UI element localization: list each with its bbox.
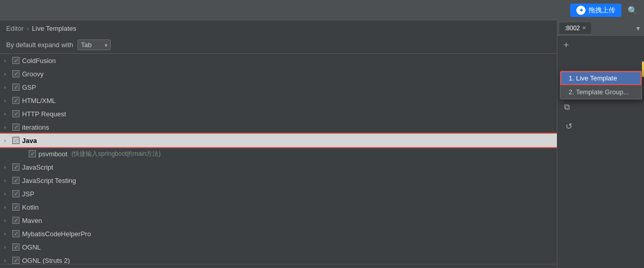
undo-button[interactable]: ↺ [564,119,574,133]
checkbox[interactable] [12,123,19,131]
expand-select[interactable]: Tab Enter Space [77,39,111,50]
item-text: GSP [22,84,36,91]
checkbox[interactable] [12,257,19,264]
checkbox[interactable] [12,203,19,211]
accent-bar [642,61,644,77]
arrow-icon: › [4,231,12,237]
arrow-icon: › [4,204,12,210]
arrow-icon: › [4,164,12,170]
undo-area: ↺ [557,115,644,137]
top-bar: ✦ 拖拽上传 🔍 [0,0,644,20]
tab-menu-icon[interactable]: ▾ [634,24,642,32]
plus-area: + [557,36,644,55]
item-text: OGNL [22,243,41,251]
list-item[interactable]: › JSP [0,187,557,200]
list-item[interactable]: › iterations [0,120,557,134]
expand-setting: By default expand with Tab Enter Space [0,36,557,53]
tab-close-icon[interactable]: ✕ [582,25,586,31]
list-item[interactable]: › OGNL [0,240,557,254]
checkbox[interactable] [12,190,19,197]
arrow-icon: › [4,138,12,143]
add-button[interactable]: + [560,39,572,52]
tab-bar: :8002 ✕ ▾ [557,20,644,36]
dropdown-item-live-template[interactable]: 1. Live Template [560,71,641,85]
expand-select-wrapper: Tab Enter Space [77,39,111,50]
checkbox[interactable] [12,243,19,251]
search-icon[interactable]: 🔍 [626,4,640,17]
arrow-icon: › [4,125,12,130]
item-text: Kotlin [22,203,39,211]
arrow-icon: › [4,85,12,90]
main-content: Editor › Live Templates By default expan… [0,20,644,268]
arrow-icon: › [4,218,12,223]
arrow-icon: › [4,244,12,250]
copy-button[interactable]: ⧉ [560,101,573,113]
item-text: OGNL (Struts 2) [22,257,70,264]
arrow-icon: › [4,258,12,263]
list-item[interactable]: › Maven [0,214,557,227]
settings-panel: Editor › Live Templates By default expan… [0,20,557,268]
breadcrumb-parent[interactable]: Editor [6,25,24,32]
baidu-icon: ✦ [576,6,586,15]
item-text: HTML/XML [22,97,56,105]
breadcrumb-separator: › [27,25,29,32]
checkbox[interactable] [12,230,19,237]
list-item[interactable]: › OGNL (Struts 2) [0,254,557,264]
item-text: ColdFusion [22,57,56,65]
arrow-icon: › [4,191,12,197]
baidu-upload-button[interactable]: ✦ 拖拽上传 [570,4,621,17]
tab-8002[interactable]: :8002 ✕ [559,23,591,34]
item-text: psvmboot [38,150,67,158]
arrow-icon: › [4,178,12,183]
item-desc: (快捷输入springboot的main方法) [71,150,160,158]
tab-label: :8002 [565,25,580,32]
dropdown-item-label: 2. Template Group... [569,88,629,96]
list-item[interactable]: › Kotlin [0,200,557,214]
item-text: Java [22,137,37,145]
list-item[interactable]: › Groovy [0,67,557,80]
baidu-upload-label: 拖拽上传 [589,6,615,15]
checkbox[interactable] [12,163,19,171]
list-item[interactable]: › HTTP Request [0,107,557,120]
checkbox[interactable] [12,70,19,77]
item-text: Groovy [22,70,44,78]
arrow-icon: › [4,111,12,117]
dropdown-menu: 1. Live Template 2. Template Group... [560,71,642,99]
checkbox[interactable] [12,217,19,224]
list-item[interactable]: › ColdFusion [0,54,557,67]
breadcrumb: Editor › Live Templates [0,20,557,36]
list-item[interactable]: › HTML/XML [0,94,557,107]
checkbox[interactable] [12,137,19,144]
dropdown-container: 1. Live Template 2. Template Group... [560,71,642,99]
checkbox[interactable] [12,57,19,64]
list-item[interactable]: › GSP [0,80,557,94]
item-text: JavaScript Testing [22,177,76,184]
horizontal-scrollbar [0,264,557,268]
expand-label: By default expand with [6,41,73,49]
breadcrumb-current: Live Templates [32,25,76,32]
arrow-icon: › [4,98,12,104]
item-text: MybatisCodeHelperPro [22,230,91,238]
list-item-psvmboot[interactable]: psvmboot (快捷输入springboot的main方法) [0,147,557,160]
item-text: JavaScript [22,163,53,171]
list-item[interactable]: › JavaScript [0,160,557,174]
checkbox[interactable] [12,84,19,91]
item-text: iterations [22,123,49,131]
right-panel: :8002 ✕ ▾ + 1. Live Template 2. Template… [557,20,644,268]
arrow-icon: › [4,58,12,64]
dropdown-item-label: 1. Live Template [569,74,617,82]
list-item-java[interactable]: › Java [0,134,557,147]
list-item[interactable]: › MybatisCodeHelperPro [0,227,557,240]
checkbox[interactable] [12,177,19,184]
template-list[interactable]: › ColdFusion › Groovy › GSP › HTML/XML › [0,53,557,264]
list-item[interactable]: › JavaScript Testing [0,174,557,187]
item-text: HTTP Request [22,110,66,118]
dropdown-item-template-group[interactable]: 2. Template Group... [560,85,641,99]
checkbox[interactable] [29,150,36,157]
checkbox[interactable] [12,110,19,117]
item-text: JSP [22,190,34,198]
action-area: + 1. Live Template 2. Template Group... [557,36,644,55]
arrow-icon: › [4,71,12,77]
checkbox[interactable] [12,97,19,104]
item-text: Maven [22,217,42,224]
